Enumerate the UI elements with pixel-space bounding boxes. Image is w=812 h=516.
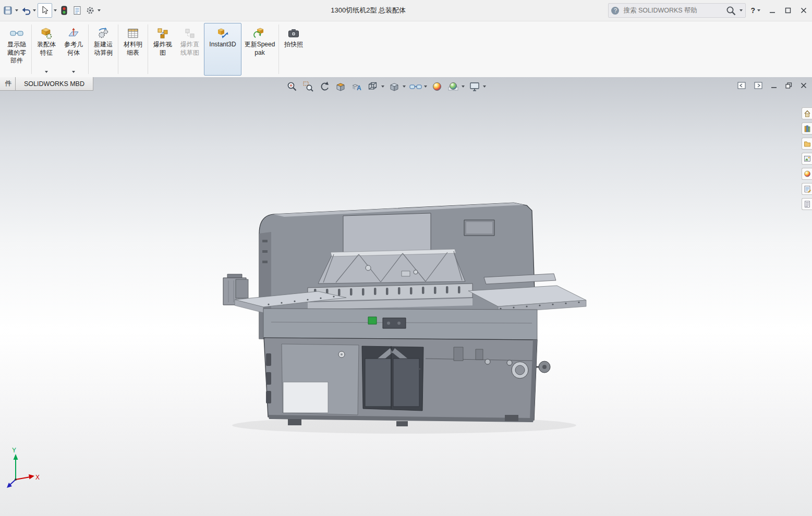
view-orientation-button[interactable] [367,80,379,93]
window-controls [765,7,807,14]
update-speedpak-button[interactable]: 更新Speedpak [243,23,277,76]
apply-scene-button[interactable] [447,80,459,93]
reference-geometry-dropdown-icon[interactable] [72,71,75,73]
maximize-button[interactable] [785,7,791,14]
previous-view-icon [319,81,330,92]
design-library-tab[interactable] [802,122,812,134]
edit-appearance-button[interactable] [431,80,443,93]
exploded-view-icon [156,27,169,40]
view-orientation-dropdown-icon[interactable] [381,85,384,88]
solidworks-resources-tab[interactable] [802,107,812,119]
reference-geometry-button[interactable]: 参考几何体 [60,23,87,76]
instant3d-button[interactable]: Instant3D [204,23,241,76]
ribbon-separator [148,24,148,74]
doc-minimize-button[interactable] [771,82,777,89]
view-settings-button[interactable] [468,80,481,93]
ribbon-separator [118,24,118,74]
search-icon[interactable] [725,5,736,16]
document-window-controls [737,82,807,89]
command-manager-ribbon: 显示隐藏的零部件 装配体特征 参考几何体 新建运动算例 材料明细表 爆炸视图 [0,21,812,78]
help-button[interactable]: ? [750,6,760,15]
close-button[interactable] [801,7,807,14]
search-input[interactable] [622,6,722,15]
search-dropdown-icon[interactable] [740,9,743,11]
undo-button[interactable] [20,4,31,17]
file-explorer-tab[interactable] [802,138,812,150]
hide-show-items-icon [409,81,422,92]
save-button[interactable] [2,4,14,17]
assembly-features-dropdown-icon[interactable] [45,71,48,73]
search-help-icon: ? [611,7,619,15]
graphics-viewport[interactable]: 件 SOLIDWORKS MBD A [0,77,812,516]
show-hidden-components-button[interactable]: 显示隐藏的零部件 [4,23,30,76]
ribbon-separator [31,24,32,74]
panel-toggle-left-button[interactable] [737,82,746,89]
view-palette-tab[interactable] [802,153,812,165]
take-snapshot-icon [287,27,300,40]
view-orientation-icon [367,81,379,92]
hide-show-items-dropdown-icon[interactable] [424,85,427,88]
window-title: 1300切纸机2型 总装配体 [128,6,608,15]
titlebar: 1300切纸机2型 总装配体 ? ? [0,0,812,21]
tab-mbd-label: SOLIDWORKS MBD [24,80,84,88]
hide-show-items-button[interactable] [409,80,422,93]
paper-cutter-assembly[interactable] [223,203,586,426]
select-tool-button[interactable] [38,3,52,18]
quick-access-toolbar [0,3,128,18]
panel-toggle-right-button[interactable] [754,82,762,89]
display-style-button[interactable] [388,80,401,93]
options-gear-icon [86,6,95,15]
view-settings-dropdown-icon[interactable] [483,85,486,88]
section-view-button[interactable] [334,80,347,93]
save-dropdown-icon[interactable] [15,9,18,11]
search-box[interactable]: ? [608,3,746,18]
bill-of-materials-label: 材料明细表 [121,41,145,57]
display-style-dropdown-icon[interactable] [403,85,406,88]
appearances-scenes-tab[interactable] [802,168,812,180]
undo-dropdown-icon[interactable] [33,9,36,11]
assembly-features-button[interactable]: 装配体特征 [33,23,59,76]
exploded-view-label: 爆炸视图 [151,41,175,57]
exploded-view-button[interactable]: 爆炸视图 [150,23,176,76]
apply-scene-dropdown-icon[interactable] [462,85,465,88]
edit-appearance-icon [431,81,443,92]
zoom-to-area-button[interactable] [302,80,314,93]
tab-solidworks-mbd[interactable]: SOLIDWORKS MBD [15,77,93,91]
folder-icon [804,140,811,148]
document-list-icon [804,200,811,208]
dynamic-annotation-views-button[interactable]: A [350,80,363,93]
ribbon-separator [278,24,279,74]
doc-restore-button[interactable] [785,82,792,89]
new-motion-study-button[interactable]: 新建运动算例 [90,23,116,76]
solidworks-window: 1300切纸机2型 总装配体 ? ? 显示隐藏的零部件 [0,0,812,516]
minimize-button[interactable] [769,7,775,14]
instant3d-icon [216,27,229,40]
triad-x-label: X [35,474,40,481]
doc-close-button[interactable] [801,82,807,89]
take-snapshot-button[interactable]: 拍快照 [281,23,307,76]
custom-properties-tab[interactable] [802,183,812,195]
svg-text:A: A [357,84,361,92]
options-button[interactable] [84,4,96,17]
tab-assembly-partial[interactable]: 件 [0,77,16,91]
previous-view-button[interactable] [318,80,331,93]
machine-3d-model[interactable]: Y X [0,77,812,516]
titlebar-right: ? ? [608,3,812,18]
undo-icon [20,6,31,15]
properties-list-icon [804,185,811,193]
rebuild-button[interactable] [58,4,70,17]
new-motion-study-label: 新建运动算例 [91,41,115,57]
document-list-tab[interactable] [802,198,812,210]
zoom-to-fit-button[interactable] [286,80,298,93]
file-properties-button[interactable] [71,4,83,17]
triad-y-label: Y [12,447,16,454]
file-properties-icon [73,6,81,15]
select-dropdown-icon[interactable] [54,9,57,11]
bill-of-materials-button[interactable]: 材料明细表 [120,23,146,76]
options-dropdown-icon[interactable] [98,9,101,11]
rebuild-traffic-light-icon [61,6,67,15]
design-library-icon [804,125,811,132]
task-pane-tabs [802,107,812,210]
picture-icon [804,155,811,163]
apply-scene-icon [447,81,459,92]
